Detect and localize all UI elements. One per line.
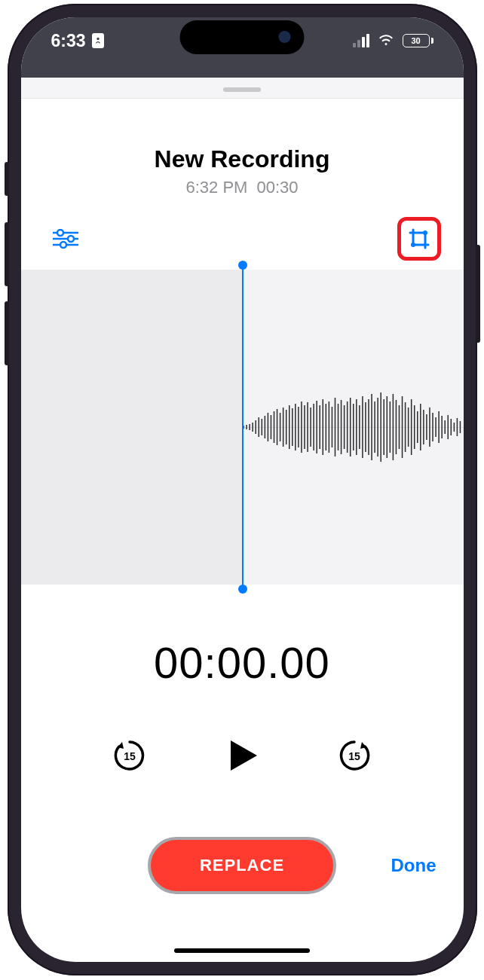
playhead[interactable] xyxy=(242,265,244,589)
svg-point-7 xyxy=(60,242,66,248)
waveform-graphic xyxy=(242,270,464,585)
recording-subtitle: 6:32 PM 00:30 xyxy=(21,178,464,197)
replace-button[interactable]: REPLACE xyxy=(148,837,336,894)
screen: 6:33 30 New Record xyxy=(21,17,464,962)
trim-button-highlight xyxy=(397,217,441,261)
svg-point-5 xyxy=(68,236,74,242)
status-time: 6:33 xyxy=(51,31,86,51)
recording-title[interactable]: New Recording xyxy=(21,145,464,173)
waveform-area[interactable] xyxy=(21,270,464,585)
svg-rect-0 xyxy=(94,35,102,45)
volume-up-button xyxy=(5,222,9,286)
svg-point-3 xyxy=(57,230,63,236)
trim-button[interactable] xyxy=(403,221,436,256)
play-icon xyxy=(223,737,261,774)
playback-controls: 15 15 xyxy=(21,733,464,778)
silence-switch xyxy=(5,162,9,196)
home-indicator[interactable] xyxy=(174,948,310,953)
wifi-icon xyxy=(377,30,395,51)
svg-point-9 xyxy=(411,243,415,247)
dynamic-island xyxy=(180,20,305,54)
bottom-row: REPLACE Done xyxy=(21,837,464,894)
sliders-icon xyxy=(53,229,78,249)
replace-button-label: REPLACE xyxy=(200,856,284,875)
sheet-grabber[interactable] xyxy=(223,87,261,92)
volume-down-button xyxy=(5,301,9,365)
skip-back-button[interactable]: 15 xyxy=(112,737,148,774)
done-button[interactable]: Done xyxy=(391,855,437,876)
trim-icon xyxy=(407,227,431,251)
svg-point-1 xyxy=(96,38,99,40)
waveform-empty-left xyxy=(21,270,243,585)
svg-text:15: 15 xyxy=(348,750,360,762)
svg-point-8 xyxy=(423,230,427,235)
battery-percent: 30 xyxy=(411,36,420,45)
status-right: 30 xyxy=(353,30,433,51)
battery-indicator: 30 xyxy=(403,34,433,47)
recording-duration: 00:30 xyxy=(256,178,298,197)
done-button-label: Done xyxy=(391,855,437,875)
recording-time: 6:32 PM xyxy=(186,178,248,197)
skip-forward-icon: 15 xyxy=(336,737,372,774)
play-button[interactable] xyxy=(219,733,265,778)
status-left: 6:33 xyxy=(51,31,104,51)
timecode: 00:00.00 xyxy=(21,637,464,688)
skip-forward-button[interactable]: 15 xyxy=(336,737,372,774)
phone-frame: 6:33 30 New Record xyxy=(8,4,477,975)
sheet-grabber-area[interactable] xyxy=(21,78,464,99)
svg-text:15: 15 xyxy=(124,750,136,762)
sim-icon xyxy=(92,33,104,48)
skip-back-icon: 15 xyxy=(112,737,148,774)
recording-header: New Recording 6:32 PM 00:30 xyxy=(21,99,464,197)
toolbar xyxy=(21,197,464,261)
settings-button[interactable] xyxy=(48,221,83,256)
cellular-signal-icon xyxy=(353,34,369,47)
power-button xyxy=(476,245,480,343)
